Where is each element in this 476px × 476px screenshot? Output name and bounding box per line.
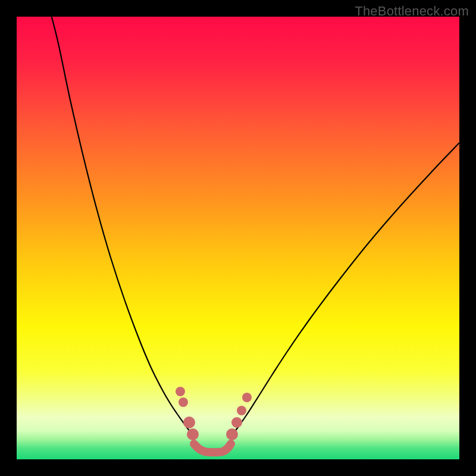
left-curve [50, 17, 193, 435]
left-dot-1 [176, 387, 185, 396]
right-dot-4 [242, 393, 252, 402]
series-group [50, 17, 459, 452]
right-dot-2 [231, 417, 242, 428]
left-dot-2 [178, 397, 188, 407]
right-dot-3 [237, 406, 246, 415]
left-dot-3 [183, 416, 195, 428]
right-curve [232, 143, 459, 435]
curves-layer [17, 17, 459, 459]
marker-group [176, 387, 252, 440]
chart-frame: TheBottleneck.com [0, 0, 476, 476]
plot-area [17, 17, 459, 459]
right-dot-1 [226, 428, 238, 440]
watermark-text: TheBottleneck.com [355, 4, 469, 19]
valley-floor-link [194, 444, 231, 452]
left-dot-4 [187, 428, 199, 440]
